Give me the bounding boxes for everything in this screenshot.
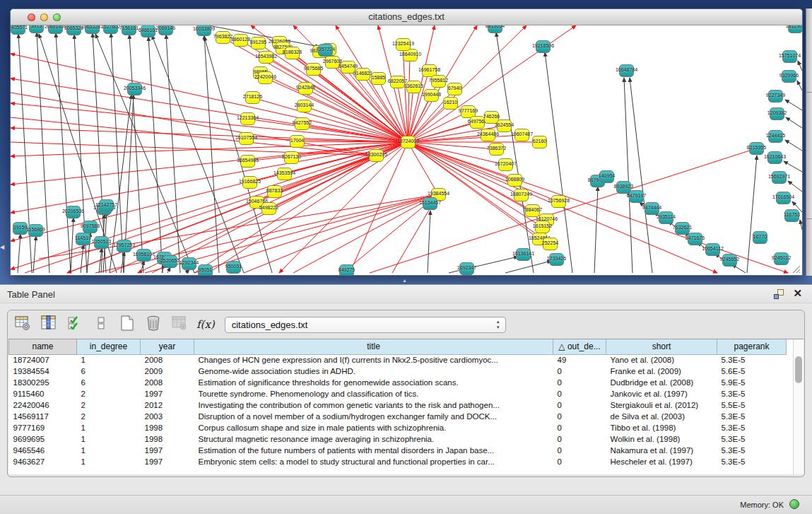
delete-table-button[interactable]	[170, 315, 189, 334]
network-node[interactable]: 20053346	[127, 83, 142, 95]
network-edge[interactable]	[18, 234, 20, 273]
network-node[interactable]: 1990448	[424, 89, 439, 102]
network-canvas[interactable]: 1872400718300295193845549777169649756874…	[11, 25, 802, 275]
network-node[interactable]: 15751074	[782, 50, 797, 63]
split-pane-handle[interactable]: ▲	[402, 278, 407, 283]
network-node[interactable]: 7632621	[675, 222, 690, 235]
network-edge[interactable]	[11, 142, 376, 156]
table-cell[interactable]: de Silva et al. (2003)	[606, 411, 717, 422]
table-cell[interactable]: Franke et al. (2009)	[606, 366, 717, 377]
network-node[interactable]: 8186328	[285, 47, 300, 59]
table-row[interactable]: 969969511998Structural magnetic resonanc…	[9, 433, 787, 445]
table-cell[interactable]: 1997	[141, 388, 194, 399]
table-cell[interactable]: Embryonic stem cells: a model to study s…	[194, 456, 553, 467]
table-cell[interactable]: 1997	[141, 445, 194, 456]
network-edge[interactable]	[505, 261, 551, 273]
network-node[interactable]: 10653287	[85, 25, 100, 34]
network-edge[interactable]	[594, 187, 598, 273]
table-cell[interactable]: 1	[77, 445, 141, 456]
table-cell[interactable]: 5.3E-5	[717, 354, 787, 366]
column-header-out_de[interactable]: △ out_de...	[553, 339, 606, 354]
table-cell[interactable]: 2	[77, 411, 141, 422]
table-cell[interactable]: 0	[553, 366, 606, 377]
network-node[interactable]: 16210643	[767, 151, 782, 164]
network-node[interactable]: 1350513	[94, 236, 109, 249]
table-cell[interactable]: 5.3E-5	[717, 388, 787, 399]
table-cell[interactable]: 18724007	[9, 354, 77, 366]
network-node[interactable]: 1362615	[406, 81, 421, 93]
table-cell[interactable]: 2	[77, 388, 141, 399]
network-node[interactable]: 9875685	[306, 63, 321, 76]
table-cell[interactable]: 1997	[141, 456, 194, 467]
network-node[interactable]: 24364486	[481, 129, 495, 141]
column-header-year[interactable]: year	[141, 339, 194, 354]
network-node[interactable]: 8813054	[488, 25, 502, 33]
network-node[interactable]: 12142757	[99, 199, 114, 212]
table-cell[interactable]: 9463627	[9, 456, 77, 467]
network-node[interactable]: 20206536	[66, 206, 81, 218]
network-node[interactable]: 16958107	[136, 249, 151, 262]
network-node[interactable]: 16107554	[239, 132, 254, 145]
table-cell[interactable]: 0	[553, 456, 606, 467]
network-node[interactable]: 9242848	[298, 82, 313, 95]
network-edge[interactable]	[785, 100, 802, 110]
network-node[interactable]: 18724007	[401, 136, 416, 148]
network-edge[interactable]	[630, 78, 652, 273]
network-edge[interactable]	[167, 267, 170, 273]
network-edge[interactable]	[81, 245, 83, 273]
network-node[interactable]: 8427552	[295, 117, 310, 130]
network-edge[interactable]	[624, 78, 632, 273]
network-node[interactable]: 6466161	[141, 25, 155, 37]
table-cell[interactable]: 14569117	[9, 411, 77, 422]
network-node[interactable]: 16654985	[240, 155, 255, 168]
network-node[interactable]: 62160	[532, 136, 547, 148]
network-node[interactable]: 252254	[543, 238, 558, 250]
network-node[interactable]: 1292344	[182, 257, 196, 270]
new-column-button[interactable]	[118, 315, 136, 334]
network-node[interactable]: 10654112	[705, 243, 720, 256]
network-node[interactable]: 19218506	[536, 40, 551, 53]
table-cell[interactable]: 2008	[141, 377, 194, 388]
network-node[interactable]: 19166825	[242, 176, 257, 189]
network-node[interactable]: 67940	[447, 83, 462, 95]
table-row[interactable]: 1830029562008Estimation of significance …	[9, 377, 787, 388]
table-row[interactable]: 1872400712008Changes of HCN gene express…	[9, 354, 787, 366]
network-edge[interactable]	[798, 61, 802, 71]
network-node[interactable]: 8471676	[688, 233, 702, 245]
table-cell[interactable]: 0	[553, 388, 606, 399]
table-cell[interactable]: Dudbridge et al. (2008)	[606, 377, 717, 388]
table-row[interactable]: 911546021997Tourette syndrome. Phenomeno…	[9, 388, 787, 399]
vertical-scrollbar[interactable]	[793, 339, 804, 474]
table-cell[interactable]: Hescheler et al. (1997)	[606, 456, 717, 467]
table-cell[interactable]: 22420046	[9, 399, 77, 411]
network-node[interactable]: 2718126	[245, 91, 260, 104]
table-cell[interactable]: 2	[77, 399, 141, 411]
table-cell[interactable]: Tibbo et al. (1998)	[606, 422, 717, 433]
network-node[interactable]: 8215955	[749, 142, 764, 155]
network-edge[interactable]	[33, 236, 36, 273]
network-edge[interactable]	[56, 33, 71, 273]
network-node[interactable]: 7955812	[431, 75, 446, 88]
table-cell[interactable]: 5.9E-5	[717, 377, 787, 388]
network-node[interactable]: 16720407	[498, 158, 513, 171]
network-node[interactable]: 1692347	[459, 262, 474, 275]
network-node[interactable]: 950051	[226, 261, 241, 274]
memory-status-indicator[interactable]	[789, 499, 799, 509]
network-node[interactable]: 887833	[267, 185, 282, 198]
table-cell[interactable]: 9115460	[9, 388, 77, 399]
network-node[interactable]: 95051	[198, 264, 213, 275]
table-cell[interactable]: Jankovic et al. (1997)	[606, 388, 717, 399]
network-node[interactable]: 10756928	[551, 195, 566, 208]
network-node[interactable]: 18807249	[514, 189, 529, 201]
network-edge[interactable]	[788, 181, 802, 192]
network-edge[interactable]	[800, 220, 802, 230]
network-node[interactable]: 9474444	[645, 202, 659, 215]
network-node[interactable]: 1156869	[28, 224, 43, 237]
network-node[interactable]: 6822057	[390, 76, 405, 88]
network-node[interactable]: 16136141	[516, 248, 531, 261]
table-cell[interactable]: 0	[553, 377, 606, 388]
network-node[interactable]: 2803144	[297, 100, 312, 112]
table-cell[interactable]: Corpus callosum shape and size in male p…	[194, 422, 553, 433]
table-cell[interactable]: 5.3E-5	[717, 445, 787, 456]
table-cell[interactable]: 1	[77, 433, 141, 445]
